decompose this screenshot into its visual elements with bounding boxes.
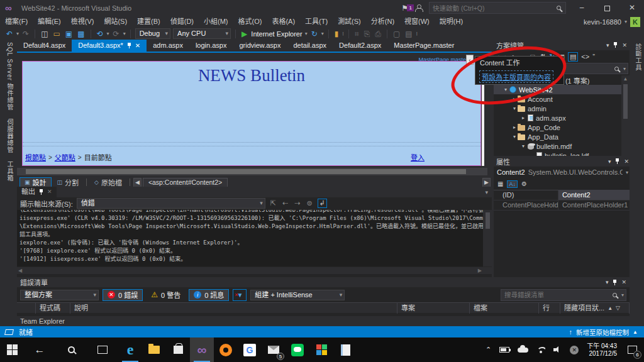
notifications-flag-icon[interactable]: ⚑ 1	[401, 4, 408, 13]
tab-default3-active[interactable]: Default3.aspx* ✕	[72, 40, 147, 52]
property-row-id[interactable]: (ID) Content2	[494, 190, 631, 200]
menu-format[interactable]: 格式(O)	[233, 16, 267, 28]
design-view-button[interactable]: ▣ 設計	[19, 177, 52, 187]
split-view-button[interactable]: ◫ 分割	[53, 177, 84, 187]
quick-launch-input[interactable]	[430, 4, 557, 12]
se-overflow-icon[interactable]: ”	[592, 53, 595, 60]
col-suppression[interactable]: 隱藏項目狀... ▲ ▽	[560, 303, 630, 314]
panel-pin-icon[interactable]	[613, 280, 617, 285]
add-to-source-control[interactable]: ↑ 新增至原始檔控制 ▲	[569, 327, 644, 337]
search-caret-icon[interactable]: ▾	[621, 292, 624, 298]
scrollbar-thumb[interactable]	[26, 169, 466, 174]
save-all-icon[interactable]: ▩	[76, 30, 86, 38]
edge-icon[interactable]: e	[118, 337, 142, 362]
login-link[interactable]: 登入	[411, 152, 425, 162]
col-line[interactable]: 行	[539, 303, 560, 314]
new-file-icon[interactable]: ◫	[40, 30, 49, 38]
solution-explorer-scrollbar[interactable]: ▲ ▼	[621, 75, 630, 168]
tag-nav-right-icon[interactable]: ▶	[482, 178, 491, 187]
source-control-caret-icon[interactable]: ▲	[633, 329, 638, 335]
refresh-caret-icon[interactable]: ▾	[321, 31, 324, 36]
designer-horizontal-scrollbar[interactable]	[17, 168, 487, 175]
filter-icon[interactable]: ▽	[616, 303, 620, 314]
design-surface[interactable]: NEWS Bulletin 根節點 > 父節點 > 目前節點 登入	[22, 61, 481, 166]
panel-close-icon[interactable]: ✕	[622, 42, 627, 48]
tree-row-bulletin-mdf[interactable]: ▾ bulletin.mdf	[494, 141, 630, 151]
tree-row-account[interactable]: ▸ Account	[494, 94, 630, 104]
start-debugging-button[interactable]: ▶ Internet Explorer ▾	[240, 30, 308, 38]
toolbar-overflow-icon[interactable]: ⁝	[342, 31, 344, 36]
menu-tools[interactable]: 工具(T)	[300, 16, 333, 28]
alphabetical-sort-icon[interactable]: A↓	[507, 180, 518, 188]
undo-caret-icon[interactable]: ▾	[107, 31, 109, 36]
output-horizontal-scrollbar[interactable]: ◀▶	[17, 267, 492, 274]
panel-pin-icon[interactable]	[613, 42, 618, 48]
sidebar-tab-sql-server-object-explorer[interactable]: SQL Server 物件總管	[5, 42, 14, 111]
property-row-contentplaceholderid[interactable]: ContentPlaceHolderI ContentPlaceHolder1	[494, 200, 631, 211]
breadcrumb-root-link[interactable]: 根節點	[25, 152, 46, 162]
store-icon[interactable]	[166, 337, 190, 362]
orange-app-icon[interactable]	[214, 337, 238, 362]
undo-icon[interactable]: ⟲	[96, 30, 104, 38]
wifi-icon[interactable]	[536, 347, 545, 353]
error-list-search[interactable]: ▾	[501, 289, 626, 301]
pin-icon[interactable]	[127, 43, 131, 48]
toolbar-options-icon[interactable]: ⁝	[416, 31, 418, 36]
menu-test[interactable]: 測試(S)	[333, 16, 366, 28]
tab-detail[interactable]: detail.aspx	[287, 40, 333, 52]
scope-dropdown[interactable]: 整個方案	[20, 290, 99, 300]
tab-gridview[interactable]: gridview.aspx	[233, 40, 287, 52]
scroll-up-icon[interactable]: ▲	[623, 76, 628, 82]
notepad-app-icon[interactable]	[333, 337, 357, 362]
page-inspector-icon[interactable]: ▮	[333, 30, 340, 38]
output-overflow-icon[interactable]: ▾	[485, 189, 492, 195]
sidebar-tab-diagnostic-tools[interactable]: 診斷工具	[633, 43, 643, 71]
col-description[interactable]: 說明	[70, 303, 397, 314]
feedback-person-icon[interactable]	[414, 4, 423, 12]
menu-website[interactable]: 網站(S)	[99, 16, 132, 28]
tree-row-app-code[interactable]: ▸ App_Code	[494, 123, 630, 132]
visual-studio-taskbar-icon[interactable]: ∞	[190, 337, 214, 362]
sidebar-tab-server-explorer[interactable]: 伺服器總管	[5, 119, 14, 153]
breadcrumb-parent-link[interactable]: 父節點	[55, 152, 75, 162]
properties-object-selector[interactable]: Content2 System.Web.UI.WebControls.Conte…	[494, 167, 631, 178]
tree-row-app-data[interactable]: ▾ App_Data	[494, 132, 630, 141]
line-app-icon[interactable]	[286, 337, 309, 362]
file-explorer-icon[interactable]	[142, 337, 166, 362]
tag-navigator[interactable]: <asp:Content#Content2>	[143, 178, 228, 187]
sort-icon[interactable]: ▲	[608, 303, 613, 314]
tab-login[interactable]: login.aspx	[189, 40, 233, 52]
menu-view[interactable]: 檢視(V)	[66, 16, 99, 28]
hidden-icons-chevron[interactable]: ⌃	[486, 346, 491, 354]
minimize-button[interactable]: –	[572, 1, 591, 14]
tag-nav-left-icon[interactable]: ◀	[133, 178, 142, 187]
collapsed-arrow-icon[interactable]: ▸	[511, 96, 518, 102]
properties-title-bar[interactable]: 屬性 ▾ ✕	[494, 156, 631, 167]
error-list-title-bar[interactable]: 錯誤清單 ▾ ✕	[17, 277, 630, 287]
panel-dropdown-icon[interactable]: ▾	[608, 158, 611, 165]
start-button[interactable]	[0, 337, 24, 362]
speaker-icon[interactable]	[553, 346, 562, 353]
signed-in-user[interactable]: kevin-16880	[584, 18, 621, 26]
user-dropdown-caret-icon[interactable]: ▾	[625, 19, 627, 25]
smart-tag-collapse-button[interactable]: ‹	[466, 55, 474, 65]
menu-help[interactable]: 說明(H)	[435, 16, 468, 28]
panel-pin-icon[interactable]	[615, 158, 619, 164]
battery-icon[interactable]	[499, 347, 509, 353]
tab-default2[interactable]: Default2.aspx	[333, 40, 387, 52]
team-explorer-tab[interactable]: Team Explorer	[17, 316, 630, 326]
menu-analyze[interactable]: 分析(N)	[366, 16, 399, 28]
user-avatar[interactable]: K	[630, 17, 640, 27]
output-close-icon[interactable]: ✕	[47, 187, 52, 197]
col-file[interactable]: 檔案	[470, 303, 539, 314]
menu-build[interactable]: 建置(B)	[132, 16, 165, 28]
categorized-icon[interactable]: ▦	[497, 180, 503, 187]
collapsed-arrow-icon[interactable]: ▸	[511, 124, 518, 130]
expanded-arrow-icon[interactable]: ▾	[511, 106, 518, 111]
refresh-icon[interactable]: ↻	[310, 30, 319, 38]
source-view-button[interactable]: ◇ 原始檔	[90, 177, 126, 187]
output-pin-icon[interactable]	[39, 189, 43, 195]
panel-dropdown-icon[interactable]: ▾	[606, 279, 609, 285]
menu-edit[interactable]: 編輯(E)	[33, 16, 66, 28]
search-caret-icon[interactable]: ▾	[623, 66, 626, 72]
